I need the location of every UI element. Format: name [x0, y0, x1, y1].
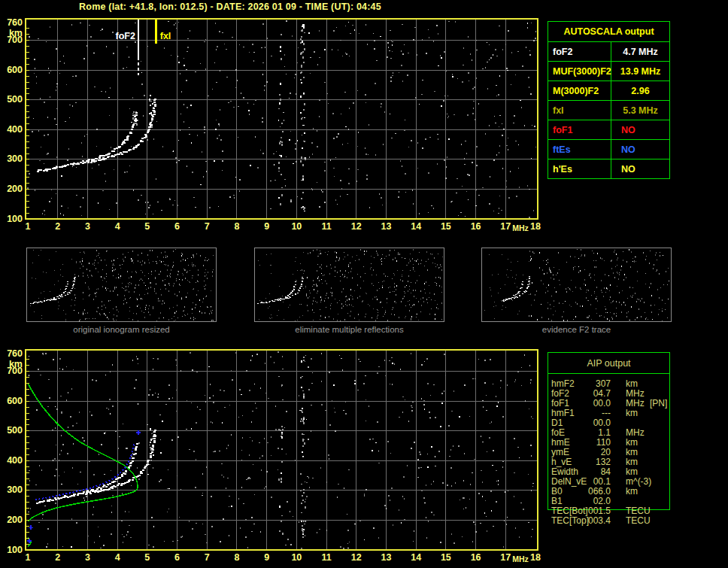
x-tick-label: 12 [347, 553, 366, 563]
x-tick-label: 6 [168, 222, 187, 232]
x-tick-label: 1 [19, 222, 37, 232]
y-tick-label: 700 [2, 366, 23, 376]
x-tick-label: 14 [407, 553, 425, 563]
autoscala-row-fof1: foF1NO [548, 120, 669, 140]
autoscala-row-value: 13.9 MHz [611, 62, 669, 80]
x-tick-label: 7 [198, 553, 216, 563]
x-tick-label: 9 [258, 553, 276, 563]
panel-caption-evidence: evidence F2 trace [481, 325, 672, 335]
panel-caption-eliminate: eliminate multiple reflections [254, 325, 444, 335]
x-tick-label: 13 [377, 222, 395, 232]
autoscala-row-value: 4.7 MHz [611, 42, 669, 61]
x-tick-label: 8 [228, 222, 246, 232]
autoscala-row-label: M(3000)F2 [548, 81, 611, 100]
x-tick-label: 14 [407, 222, 425, 232]
autoscala-row-fxi: fxI5.3 MHz [548, 101, 669, 120]
panel-eliminate-reflections [254, 248, 444, 322]
autoscala-row-value: 2.96 [611, 81, 669, 100]
aip-row-unit: km [626, 409, 638, 418]
y-tick-label: 600 [2, 396, 23, 406]
aip-row-value: 003.4 [570, 516, 611, 526]
x-tick-label: 11 [317, 222, 335, 232]
x-tick-label: 15 [437, 222, 455, 232]
fxI-marker-label: fxI [160, 31, 171, 41]
x-tick-label: 11 [317, 553, 335, 563]
y-tick-label: 760 [2, 349, 23, 359]
y-tick-label: 760 [2, 18, 23, 28]
autoscala-row-label: MUF(3000)F2 [548, 62, 611, 80]
y-tick-label: 200 [2, 184, 23, 194]
autoscala-row-ftes: ftEsNO [548, 140, 669, 159]
page-title: Rome (lat: +41.8, lon: 012.5) - DATE: 20… [0, 2, 460, 12]
autoscala-row-hes: h'EsNO [548, 159, 669, 178]
autoscala-row-value: NO [611, 120, 669, 139]
autoscala-row-label: foF2 [548, 42, 611, 61]
aip-row-unit: km [626, 487, 638, 497]
autoscala-row-label: h'Es [548, 159, 611, 178]
aip-row-note: [PN] [650, 399, 667, 409]
y-tick-label: 300 [2, 485, 23, 495]
autoscala-row-muf3000f2: MUF(3000)F213.9 MHz [548, 62, 669, 81]
y-tick-label: 500 [2, 426, 23, 436]
autoscala-row-fof2: foF24.7 MHz [548, 42, 669, 62]
bottom-ionogram-plot [25, 349, 538, 551]
autoscala-output-table: AUTOSCALA output foF24.7 MHzMUF(3000)F21… [548, 21, 670, 179]
aip-table-separator [548, 373, 669, 374]
x-tick-label: 2 [49, 222, 67, 232]
y-tick-label: 300 [2, 154, 23, 164]
autoscala-row-label: fxI [548, 101, 611, 120]
x-tick-label: 3 [78, 222, 96, 232]
aip-row-unit: TECU [626, 516, 651, 526]
x-tick-label: 1 [19, 553, 37, 563]
top-ionogram-plot: foF2fxI [25, 18, 538, 220]
x-tick-label: 12 [347, 222, 366, 232]
x-tick-label: 6 [168, 553, 187, 563]
x-tick-label: 5 [138, 222, 156, 232]
foF2-marker-label: foF2 [116, 31, 135, 41]
autoscala-row-m3000f2: M(3000)F22.96 [548, 81, 669, 101]
x-axis-unit: MHz [512, 224, 532, 232]
y-tick-label: 600 [2, 65, 23, 75]
x-tick-label: 10 [287, 553, 305, 563]
x-tick-label: 16 [467, 553, 485, 563]
x-tick-label: 4 [108, 222, 126, 232]
y-tick-label: 200 [2, 515, 23, 525]
x-tick-label: 8 [228, 553, 246, 563]
autoscala-row-value: NO [611, 159, 669, 178]
autoscala-screen: { "title": "Rome (lat: +41.8, lon: 012.5… [0, 0, 728, 568]
aip-table-title: AIP output [548, 358, 669, 369]
x-tick-label: 13 [377, 553, 395, 563]
autoscala-table-title: AUTOSCALA output [548, 22, 669, 42]
x-tick-label: 10 [287, 222, 305, 232]
autoscala-row-label: ftEs [548, 140, 611, 159]
x-axis-unit: MHz [512, 555, 532, 563]
x-tick-label: 9 [258, 222, 276, 232]
x-tick-label: 4 [108, 553, 126, 563]
panel-caption-original: original ionogram resized [26, 325, 217, 335]
y-tick-label: 400 [2, 125, 23, 135]
aip-row-tectop: TEC[Top]003.4TECU [548, 516, 670, 526]
y-tick-label: 500 [2, 95, 23, 105]
x-tick-label: 7 [198, 222, 216, 232]
autoscala-row-value: 5.3 MHz [611, 101, 669, 120]
autoscala-row-label: foF1 [548, 120, 611, 139]
y-tick-label: 700 [2, 35, 23, 45]
panel-original-ionogram [26, 248, 217, 322]
x-tick-label: 16 [467, 222, 485, 232]
x-tick-label: 15 [437, 553, 455, 563]
x-tick-label: 3 [78, 553, 96, 563]
panel-evidence-f2-trace [481, 248, 672, 322]
x-tick-label: 2 [49, 553, 67, 563]
x-tick-label: 5 [138, 553, 156, 563]
y-tick-label: 400 [2, 456, 23, 466]
autoscala-row-value: NO [611, 140, 669, 159]
